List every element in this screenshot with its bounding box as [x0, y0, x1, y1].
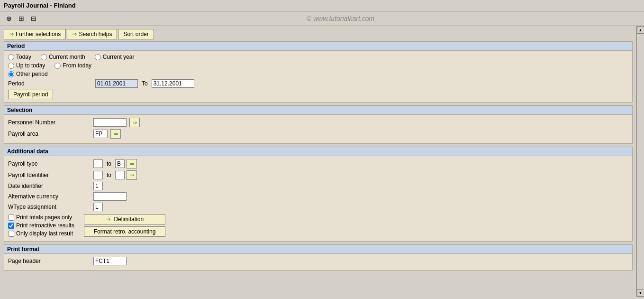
radio-current-month[interactable]: Current month	[41, 54, 85, 60]
radio-current-year-input[interactable]	[95, 54, 101, 60]
content-area: ⇒ Further selections ⇒ Search helps Sort…	[0, 26, 636, 297]
print-totals-row: Print totals pages only	[8, 214, 74, 221]
to-label: To	[142, 80, 148, 87]
action-buttons-group: ⇒ Delimitation Format retro. accounting	[84, 214, 166, 237]
period-to-input[interactable]	[152, 79, 194, 88]
format-retro-button[interactable]: Format retro. accounting	[84, 226, 166, 237]
payroll-type-from-input[interactable]	[93, 159, 103, 168]
page-title: Payroll Journal - Finland	[4, 2, 76, 9]
radio-row-1: Today Current month Current year	[8, 54, 628, 60]
print-retroactive-row: Print retroactive results	[8, 222, 74, 229]
payroll-area-input[interactable]	[93, 130, 108, 138]
alternative-currency-input[interactable]	[93, 192, 127, 201]
toolbar: ⊕ ⊞ ⊟ © www.tutorialkart.com	[0, 11, 644, 26]
payroll-identifier-to-input[interactable]	[115, 171, 125, 179]
page-header-input[interactable]	[93, 257, 127, 265]
payroll-identifier-controls: to ⇒	[93, 170, 137, 180]
radio-row-2: Up to today From today	[8, 62, 628, 69]
print-format-header: Print format	[4, 245, 632, 254]
selection-header: Selection	[4, 106, 632, 115]
personnel-number-row: Personnel Number ⇒	[8, 118, 628, 127]
alternative-currency-label: Alternative currency	[8, 193, 93, 200]
payroll-period-button[interactable]: Payroll period	[8, 90, 53, 99]
title-bar: Payroll Journal - Finland	[0, 0, 644, 11]
wtype-assignment-input[interactable]	[93, 203, 103, 211]
toolbar-icon-1[interactable]: ⊕	[4, 13, 14, 24]
period-body: Today Current month Current year	[4, 51, 632, 102]
selection-body: Personnel Number ⇒ Payroll area ⇒	[4, 115, 632, 143]
payroll-area-search-btn[interactable]: ⇒	[110, 129, 121, 139]
period-section: Period Today Current month Current year	[4, 41, 633, 103]
period-header: Period	[4, 42, 632, 51]
delimitation-arrow-icon: ⇒	[106, 216, 110, 223]
date-identifier-row: Date identifier	[8, 182, 628, 190]
arrow-icon: ⇒	[9, 31, 14, 37]
tab-search-helps[interactable]: ⇒ Search helps	[67, 29, 117, 39]
watermark: © www.tutorialkart.com	[41, 15, 640, 22]
delimitation-button[interactable]: ⇒ Delimitation	[84, 214, 166, 224]
radio-today-input[interactable]	[8, 54, 14, 60]
radio-from-today[interactable]: From today	[54, 62, 91, 69]
selection-section: Selection Personnel Number ⇒ Payroll are…	[4, 105, 633, 144]
scroll-down-btn[interactable]: ▼	[637, 289, 644, 297]
period-from-row: Period To	[8, 79, 628, 88]
radio-current-year[interactable]: Current year	[95, 54, 135, 60]
personnel-number-search-btn[interactable]: ⇒	[129, 118, 140, 127]
radio-row-3: Other period	[8, 71, 628, 77]
wtype-assignment-row: WType assignment	[8, 203, 628, 211]
payroll-type-controls: to ⇒	[93, 159, 137, 168]
print-format-body: Page header	[4, 254, 632, 270]
additional-section: Additional data Payroll type to ⇒ Payrol…	[4, 147, 633, 242]
date-identifier-label: Date identifier	[8, 183, 93, 189]
radio-other-period-input[interactable]	[8, 71, 14, 77]
only-display-last-row: Only display last result	[8, 230, 74, 237]
payroll-identifier-label: Payroll Identifier	[8, 172, 93, 178]
tab-sort-order[interactable]: Sort order	[118, 29, 154, 39]
payroll-type-label: Payroll type	[8, 160, 93, 167]
payroll-type-search-btn[interactable]: ⇒	[127, 159, 137, 168]
payroll-type-to-label: to	[107, 160, 111, 167]
additional-header: Additional data	[4, 147, 632, 156]
period-from-input[interactable]	[95, 79, 138, 88]
page-header-row: Page header	[8, 257, 628, 265]
print-retroactive-label: Print retroactive results	[16, 222, 74, 229]
scrollbar: ▲ ▼	[636, 26, 644, 297]
toolbar-icon-2[interactable]: ⊞	[16, 13, 27, 24]
payroll-identifier-to-label: to	[107, 172, 111, 178]
personnel-number-label: Personnel Number	[8, 119, 93, 126]
arrow-icon: ⇒	[72, 31, 77, 37]
radio-from-today-input[interactable]	[54, 63, 61, 69]
print-totals-checkbox[interactable]	[8, 215, 14, 221]
radio-today[interactable]: Today	[8, 54, 31, 60]
personnel-number-input[interactable]	[93, 118, 127, 127]
tab-further-selections[interactable]: ⇒ Further selections	[4, 29, 66, 39]
payroll-type-row: Payroll type to ⇒	[8, 159, 628, 168]
print-totals-label: Print totals pages only	[16, 214, 72, 221]
payroll-area-label: Payroll area	[8, 131, 93, 137]
only-display-last-checkbox[interactable]	[8, 231, 14, 237]
scroll-up-btn[interactable]: ▲	[637, 26, 644, 34]
radio-current-month-input[interactable]	[41, 54, 47, 60]
payroll-type-to-input[interactable]	[115, 159, 125, 168]
additional-body: Payroll type to ⇒ Payroll Identifier to	[4, 156, 632, 241]
print-retroactive-checkbox[interactable]	[8, 223, 14, 229]
toolbar-icon-3[interactable]: ⊟	[28, 13, 39, 24]
alternative-currency-row: Alternative currency	[8, 192, 628, 201]
payroll-identifier-from-input[interactable]	[93, 171, 103, 179]
period-from-label: Period	[8, 80, 93, 87]
wtype-assignment-label: WType assignment	[8, 204, 93, 210]
payroll-area-row: Payroll area ⇒	[8, 129, 628, 139]
radio-up-to-today-input[interactable]	[8, 63, 14, 69]
radio-up-to-today[interactable]: Up to today	[8, 62, 45, 69]
tab-row: ⇒ Further selections ⇒ Search helps Sort…	[4, 29, 633, 39]
only-display-last-label: Only display last result	[16, 230, 73, 237]
checkboxes-group: Print totals pages only Print retroactiv…	[8, 214, 74, 238]
date-identifier-input[interactable]	[93, 182, 103, 190]
print-format-section: Print format Page header	[4, 244, 633, 271]
page-header-label: Page header	[8, 258, 93, 264]
payroll-identifier-row: Payroll Identifier to ⇒	[8, 170, 628, 180]
radio-other-period[interactable]: Other period	[8, 71, 48, 77]
payroll-identifier-search-btn[interactable]: ⇒	[127, 170, 137, 180]
